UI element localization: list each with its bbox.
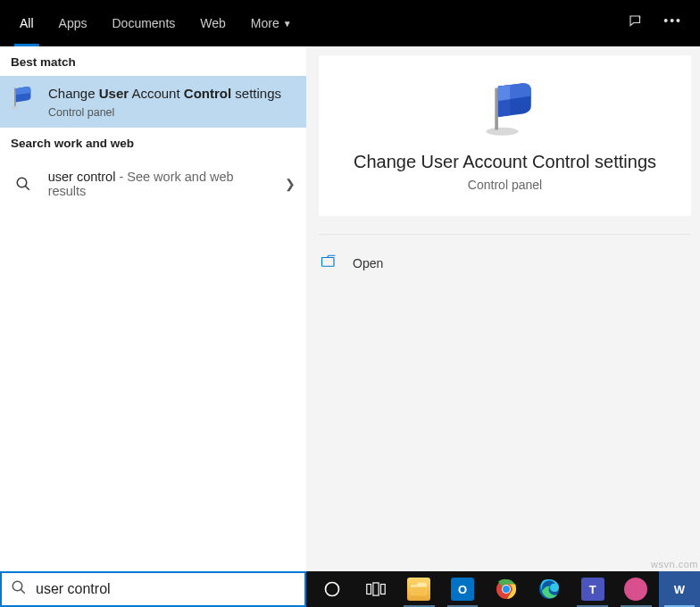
preview-title: Change User Account Control settings (337, 152, 673, 172)
web-query: user control (48, 170, 116, 184)
tab-apps[interactable]: Apps (46, 0, 100, 46)
uac-flag-icon-large (337, 79, 673, 139)
section-best-match: Best match (0, 46, 306, 76)
filter-tabs: All Apps Documents Web More ▼ (7, 0, 304, 46)
search-box[interactable] (0, 571, 306, 607)
taskbar-chrome[interactable] (485, 571, 527, 607)
search-icon (11, 176, 36, 192)
divider (319, 234, 691, 235)
tab-documents[interactable]: Documents (99, 0, 188, 46)
taskbar-edge[interactable] (529, 571, 571, 607)
svg-point-8 (12, 581, 22, 591)
svg-rect-13 (380, 585, 385, 595)
tab-more[interactable]: More ▼ (238, 0, 304, 46)
taskbar-file-explorer[interactable] (398, 571, 440, 607)
svg-line-4 (25, 186, 29, 190)
chevron-down-icon: ▼ (283, 19, 292, 29)
preview-panel: Change User Account Control settings Con… (306, 46, 700, 571)
more-options-icon[interactable]: ••• (663, 13, 682, 33)
open-icon (321, 254, 338, 271)
svg-point-10 (326, 583, 339, 596)
open-action[interactable]: Open (319, 249, 691, 277)
taskbar: O T W (306, 571, 700, 607)
svg-point-16 (503, 586, 510, 593)
svg-point-0 (639, 17, 641, 19)
preview-subtitle: Control panel (337, 178, 673, 192)
taskbar-word[interactable]: W (659, 571, 701, 607)
tab-all[interactable]: All (7, 0, 46, 46)
taskbar-teams[interactable]: T (571, 571, 613, 607)
taskbar-outlook[interactable]: O (442, 571, 484, 607)
preview-actions: Open (319, 249, 691, 277)
open-label: Open (353, 256, 383, 270)
uac-flag-icon (11, 85, 36, 113)
search-filter-bar: All Apps Documents Web More ▼ ••• (0, 0, 700, 46)
best-match-text: Change User Account Control settings Con… (48, 85, 296, 119)
watermark: wsvn.com (651, 559, 698, 570)
results-panel: Best match Change User Account Control s… (0, 46, 306, 571)
svg-rect-7 (322, 258, 335, 267)
svg-point-2 (12, 106, 18, 109)
preview-card: Change User Account Control settings Con… (319, 55, 691, 216)
tab-more-label: More (251, 16, 279, 30)
feedback-icon[interactable] (628, 13, 644, 33)
svg-line-9 (21, 589, 25, 594)
taskbar-snip[interactable] (615, 571, 657, 607)
svg-rect-1 (14, 88, 15, 107)
svg-point-5 (486, 128, 518, 136)
search-input[interactable] (36, 581, 296, 597)
svg-rect-12 (373, 583, 379, 595)
svg-rect-11 (367, 585, 371, 595)
topbar-actions: ••• (628, 13, 693, 33)
task-view-button[interactable] (355, 571, 397, 607)
svg-point-3 (17, 178, 27, 187)
best-match-subtitle: Control panel (48, 106, 296, 119)
search-icon (11, 579, 27, 599)
tab-web[interactable]: Web (188, 0, 238, 46)
cortana-button[interactable] (312, 571, 354, 607)
section-search-web: Search work and web (0, 128, 306, 157)
web-search-item[interactable]: user control - See work and web results … (0, 157, 306, 211)
svg-rect-6 (495, 88, 498, 130)
best-match-item[interactable]: Change User Account Control settings Con… (0, 76, 306, 128)
chevron-right-icon: ❯ (285, 177, 296, 191)
